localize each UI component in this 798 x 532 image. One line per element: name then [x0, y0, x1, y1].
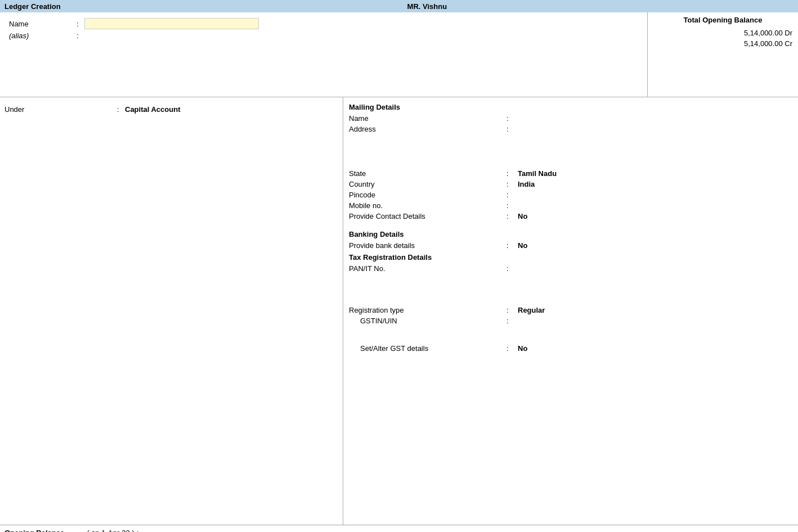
mailing-contact-value: No: [518, 211, 527, 221]
name-row: Name :: [5, 15, 643, 30]
tax-regtype-value: Regular: [518, 305, 545, 315]
tax-pan-label: PAN/IT No.: [349, 264, 506, 273]
mailing-contact-colon: :: [506, 211, 518, 221]
total-dr-value: 5,14,000.00 Dr: [653, 29, 792, 37]
banking-provide-value: No: [518, 241, 527, 250]
mailing-country-colon: :: [506, 179, 518, 189]
name-colon: :: [77, 20, 84, 28]
right-panel: Mailing Details Name : Address : State :…: [343, 97, 798, 525]
banking-section-title: Banking Details: [349, 230, 792, 238]
left-panel: Under : Capital Account: [0, 97, 343, 525]
banking-provide-colon: :: [506, 241, 518, 250]
mailing-name-row: Name :: [349, 114, 792, 124]
tax-regtype-colon: :: [506, 305, 518, 315]
mailing-name-colon: :: [506, 114, 518, 123]
mailing-pincode-label: Pincode: [349, 190, 506, 200]
total-header: Total Opening Balance: [653, 16, 792, 24]
footer-date: ( on 1-Apr-22 ): [87, 529, 135, 532]
under-label: Under: [5, 105, 117, 114]
banking-provide-label: Provide bank details: [349, 241, 506, 250]
mailing-pincode-colon: :: [506, 190, 518, 200]
mailing-address-row: Address :: [349, 124, 792, 134]
mailing-mobile-row: Mobile no. :: [349, 201, 792, 211]
total-cr-value: 5,14,000.00 Cr: [653, 39, 792, 48]
under-value: Capital Account: [125, 105, 180, 114]
mailing-state-row: State : Tamil Nadu: [349, 169, 792, 179]
header-bar: Ledger Creation MR. Vishnu: [0, 0, 798, 12]
under-colon: :: [117, 105, 125, 114]
tax-regtype-label: Registration type: [349, 305, 506, 315]
mailing-state-colon: :: [506, 169, 518, 178]
tax-regtype-row: Registration type : Regular: [349, 305, 792, 315]
gstin-spacer: [349, 327, 792, 344]
address-spacer: [349, 135, 792, 169]
mailing-address-colon: :: [506, 124, 518, 134]
tax-setalter-row: Set/Alter GST details : No: [349, 344, 792, 354]
top-left-panel: Name : (alias) :: [0, 12, 647, 97]
tax-setalter-colon: :: [506, 344, 518, 353]
user-name: MR. Vishnu: [61, 2, 793, 11]
mailing-country-value: India: [518, 179, 535, 189]
mailing-state-value: Tamil Nadu: [518, 169, 557, 178]
footer-colon: :: [137, 529, 139, 532]
tax-pan-row: PAN/IT No. :: [349, 264, 792, 274]
mailing-mobile-label: Mobile no.: [349, 201, 506, 210]
mailing-contact-row: Provide Contact Details : No: [349, 211, 792, 222]
pan-spacer: [349, 274, 792, 305]
top-section: Name : (alias) : Total Opening Balance 5…: [0, 12, 798, 97]
mailing-country-label: Country: [349, 179, 506, 189]
mailing-address-label: Address: [349, 124, 506, 134]
banking-provide-row: Provide bank details : No: [349, 241, 792, 251]
app-title: Ledger Creation: [5, 2, 61, 11]
mailing-country-row: Country : India: [349, 179, 792, 190]
alias-colon: :: [77, 31, 84, 40]
mailing-state-label: State: [349, 169, 506, 178]
footer: Opening Balance ( on 1-Apr-22 ) :: [0, 525, 798, 532]
mailing-contact-label: Provide Contact Details: [349, 211, 506, 221]
tax-gstin-colon: :: [506, 316, 518, 326]
mailing-name-label: Name: [349, 114, 506, 123]
opening-balance-label: Opening Balance: [5, 529, 64, 532]
total-opening-balance-panel: Total Opening Balance 5,14,000.00 Dr 5,1…: [647, 12, 798, 97]
alias-row: (alias) :: [5, 30, 643, 41]
under-row: Under : Capital Account: [5, 105, 338, 114]
mailing-mobile-colon: :: [506, 201, 518, 210]
tax-section-title: Tax Registration Details: [349, 253, 792, 262]
name-label: Name: [9, 20, 77, 28]
tax-setalter-value: No: [518, 344, 527, 353]
tax-setalter-label: Set/Alter GST details: [349, 344, 506, 353]
main-content: Under : Capital Account Mailing Details …: [0, 97, 798, 525]
tax-gstin-label: GSTIN/UIN: [349, 316, 506, 326]
tax-gstin-row: GSTIN/UIN :: [349, 316, 792, 326]
mailing-section-title: Mailing Details: [349, 103, 792, 111]
mailing-pincode-row: Pincode :: [349, 190, 792, 200]
tax-pan-colon: :: [506, 264, 518, 273]
alias-label: (alias): [9, 31, 77, 40]
name-input[interactable]: [84, 18, 259, 29]
